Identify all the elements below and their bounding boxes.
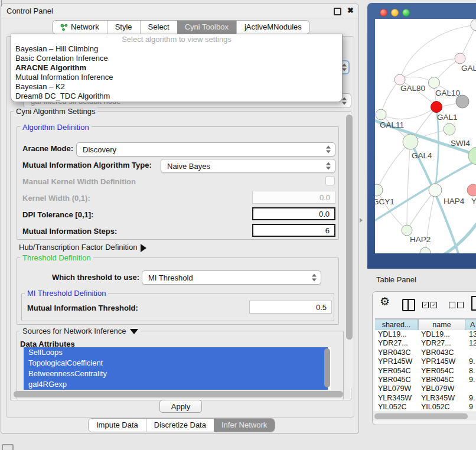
mi-algorithm-type-label: Mutual Information Algorithm Type: bbox=[22, 161, 152, 169]
table-row[interactable]: YBR045C YBR045C 9. bbox=[375, 376, 476, 384]
node-gal10[interactable] bbox=[429, 77, 440, 89]
expander-right-icon bbox=[141, 244, 146, 252]
dropdown-prompt: Select algorithm to view settings bbox=[11, 34, 342, 44]
gear-icon[interactable]: ⚙ bbox=[380, 295, 390, 308]
combo-spinner-icon bbox=[326, 146, 331, 154]
aracne-mode-combobox[interactable]: Discovery bbox=[76, 142, 335, 156]
float-window-icon[interactable] bbox=[334, 8, 341, 15]
node-gal4[interactable] bbox=[403, 134, 418, 149]
node-unlabeled[interactable] bbox=[471, 19, 476, 31]
tab-style[interactable]: Style bbox=[107, 21, 140, 34]
panel-divider-handle[interactable] bbox=[360, 218, 363, 223]
column-header-name[interactable]: name bbox=[418, 319, 465, 331]
tab-cyni-toolbox[interactable]: Cyni Toolbox bbox=[177, 21, 236, 34]
mi-algorithm-type-combobox[interactable]: Naive Bayes bbox=[161, 159, 335, 173]
mac-minimize-icon[interactable] bbox=[391, 9, 399, 17]
tab-impute-data[interactable]: Impute Data bbox=[89, 419, 146, 432]
cell: YLR345W bbox=[418, 394, 465, 403]
sources-collapse-toggle[interactable]: Sources for Network Inference bbox=[20, 327, 141, 335]
apply-label: Apply bbox=[171, 402, 191, 411]
node-gal11[interactable] bbox=[376, 109, 386, 120]
table-row[interactable]: YPR145W YPR145W 9. bbox=[375, 357, 476, 366]
tab-label: Discretize Data bbox=[154, 419, 206, 432]
dropdown-item[interactable]: Bayesian – Hill Climbing bbox=[11, 44, 342, 54]
cyni-bottom-tabs: Impute Data Discretize Data Infer Networ… bbox=[88, 418, 275, 432]
tab-label: Style bbox=[115, 21, 132, 34]
dropdown-item[interactable]: Bayesian – K2 bbox=[11, 82, 342, 92]
combo-spinner-icon bbox=[326, 162, 331, 170]
cell: 13 bbox=[465, 330, 476, 339]
close-icon[interactable]: ✖ bbox=[347, 6, 354, 15]
cell: YBR043C bbox=[418, 348, 465, 357]
aracne-mode-label: Aracne Mode: bbox=[22, 144, 73, 153]
mi-steps-field[interactable]: 6 bbox=[252, 224, 335, 237]
settings-vscrollbar-thumb[interactable] bbox=[346, 115, 353, 340]
attributes-scrollbar-thumb[interactable] bbox=[324, 348, 330, 387]
kernel-width-field[interactable]: 0.0 bbox=[252, 191, 335, 204]
tab-label: Infer Network bbox=[221, 419, 267, 432]
combo-spinner-icon bbox=[342, 97, 347, 105]
bottom-left-panel-icon[interactable] bbox=[2, 444, 14, 450]
table-row[interactable]: YBR043C YBR043C bbox=[375, 348, 476, 357]
node-hap2[interactable] bbox=[402, 225, 412, 236]
list-item[interactable]: gal4RGexp bbox=[24, 379, 328, 390]
table-row[interactable]: YER054C YER054C 8. bbox=[375, 367, 476, 376]
select-all-icon[interactable]: ✓✓ bbox=[422, 302, 437, 308]
mac-zoom-icon[interactable] bbox=[402, 9, 410, 17]
list-item[interactable]: SelfLoops bbox=[24, 347, 328, 358]
node-hap4[interactable] bbox=[429, 184, 442, 197]
hub-factor-expander[interactable]: Hub/Transcription Factor Definition bbox=[19, 243, 146, 252]
table-toolbar: ⚙ ✓✓ bbox=[373, 292, 476, 317]
node-bottom-partial[interactable] bbox=[420, 247, 431, 253]
settings-hscrollbar-thumb[interactable] bbox=[14, 391, 343, 397]
combo-value: Naive Bayes bbox=[167, 162, 210, 171]
mi-threshold-field[interactable]: 0.5 bbox=[249, 301, 332, 314]
tab-label: Impute Data bbox=[96, 419, 138, 432]
split-panel-icon[interactable] bbox=[402, 299, 415, 311]
node-salmon[interactable] bbox=[467, 184, 476, 196]
table-row[interactable]: YIL052C YIL052C 9 bbox=[375, 403, 476, 412]
new-table-icon[interactable] bbox=[471, 296, 476, 311]
table-row[interactable]: YLR345W YLR345W 9. bbox=[375, 394, 476, 403]
which-threshold-combobox[interactable]: MI Threshold bbox=[142, 270, 321, 285]
node-label: GAL10 bbox=[435, 89, 460, 97]
deselect-all-icon[interactable] bbox=[449, 302, 464, 308]
which-threshold-label: Which threshold to use: bbox=[52, 273, 139, 282]
tab-jactivemnodules[interactable]: jActiveMNodules bbox=[236, 21, 309, 34]
node-bright-green[interactable] bbox=[468, 147, 476, 165]
network-canvas[interactable]: GAL80 GAL10 GAL1 GAL11 SWI4 GAL4 GCY1 HA… bbox=[375, 19, 476, 253]
table-row[interactable]: YBL079W YBL079W bbox=[375, 384, 476, 393]
table-row[interactable]: YDR27... YDR27... 12 bbox=[375, 339, 476, 348]
dropdown-item[interactable]: Basic Correlation Inference bbox=[11, 54, 342, 63]
dropdown-item[interactable]: ARACNE Algorithm bbox=[11, 63, 342, 73]
tab-discretize-data[interactable]: Discretize Data bbox=[146, 419, 214, 432]
apply-button[interactable]: Apply bbox=[159, 400, 202, 413]
table-hscrollbar-track[interactable] bbox=[373, 412, 476, 420]
list-item[interactable]: BetweennessCentrality bbox=[24, 369, 328, 379]
tab-label: Network bbox=[71, 21, 99, 34]
node-swi4[interactable] bbox=[444, 123, 455, 135]
tab-select[interactable]: Select bbox=[140, 21, 177, 34]
node-gcy1[interactable] bbox=[375, 184, 383, 196]
table-header: shared... name A bbox=[375, 318, 476, 331]
tab-infer-network[interactable]: Infer Network bbox=[214, 419, 275, 432]
list-item[interactable]: TopologicalCoefficient bbox=[24, 358, 328, 369]
node-gal-partial[interactable] bbox=[455, 53, 465, 64]
dropdown-item[interactable]: Dream8 DC_TDC Algorithm bbox=[11, 92, 342, 101]
table-row[interactable]: YDL19... YDL19... 13 bbox=[375, 330, 476, 339]
column-header-shared-name[interactable]: shared... bbox=[375, 319, 418, 331]
expander-down-icon bbox=[130, 329, 138, 334]
network-icon bbox=[60, 24, 68, 31]
cell: YBL079W bbox=[375, 384, 418, 393]
column-header-partial[interactable]: A bbox=[465, 319, 476, 331]
mac-close-icon[interactable] bbox=[380, 9, 387, 17]
node-label: GAL80 bbox=[400, 84, 425, 93]
algorithm-dropdown-popup: Select algorithm to view settings Bayesi… bbox=[11, 34, 343, 102]
manual-kernel-width-checkbox[interactable] bbox=[325, 176, 335, 185]
table-hscrollbar-thumb[interactable] bbox=[374, 413, 468, 419]
cell: YPR145W bbox=[375, 357, 418, 366]
dropdown-item[interactable]: Mutual Information Inference bbox=[11, 73, 342, 82]
dpi-tolerance-field[interactable]: 0.0 bbox=[252, 207, 335, 220]
node-gal1-selected-red[interactable] bbox=[431, 102, 442, 113]
tab-network[interactable]: Network bbox=[53, 21, 107, 34]
